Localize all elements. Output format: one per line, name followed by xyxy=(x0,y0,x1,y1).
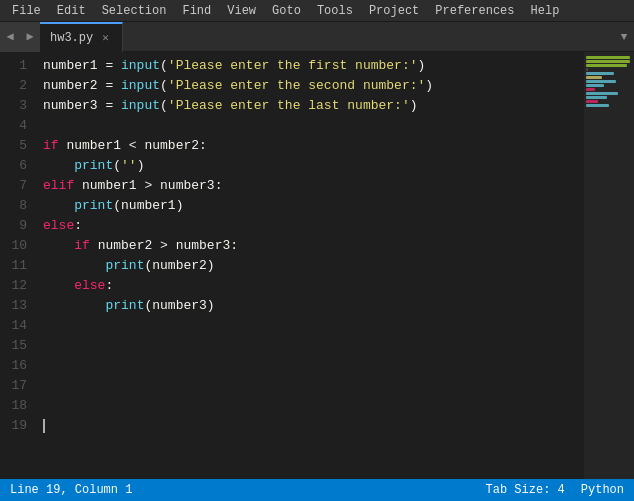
mini-line xyxy=(586,68,588,71)
line-number: 5 xyxy=(19,136,27,156)
line-number: 9 xyxy=(19,216,27,236)
code-line-3: number3 = input('Please enter the last n… xyxy=(43,96,584,116)
mini-line xyxy=(586,88,595,91)
code-line-9: else: xyxy=(43,216,584,236)
line-number: 17 xyxy=(11,376,27,396)
code-line-1: number1 = input('Please enter the first … xyxy=(43,56,584,76)
code-line-2: number2 = input('Please enter the second… xyxy=(43,76,584,96)
line-number: 8 xyxy=(19,196,27,216)
code-line-18 xyxy=(43,396,584,416)
mini-line xyxy=(586,96,607,99)
mini-line xyxy=(586,80,616,83)
code-line-17 xyxy=(43,376,584,396)
code-line-14 xyxy=(43,316,584,336)
editor-area: 1 2 3 4 5 6 7 8 9 10 11 12 13 14 15 16 1… xyxy=(0,52,634,479)
line-number: 12 xyxy=(11,276,27,296)
line-number: 4 xyxy=(19,116,27,136)
mini-line xyxy=(586,100,598,103)
menu-edit[interactable]: Edit xyxy=(49,2,94,20)
tab-bar: ◀ ▶ hw3.py ✕ ▼ xyxy=(0,22,634,52)
tab-dropdown-arrow[interactable]: ▼ xyxy=(614,22,634,52)
mini-line xyxy=(586,76,602,79)
line-number: 10 xyxy=(11,236,27,256)
menu-find[interactable]: Find xyxy=(174,2,219,20)
menu-project[interactable]: Project xyxy=(361,2,427,20)
code-line-12: else: xyxy=(43,276,584,296)
line-number: 18 xyxy=(11,396,27,416)
code-line-5: if number1 < number2: xyxy=(43,136,584,156)
code-line-10: if number2 > number3: xyxy=(43,236,584,256)
minimap-content xyxy=(584,52,634,112)
line-number: 19 xyxy=(11,416,27,436)
code-line-6: print('') xyxy=(43,156,584,176)
tab-close-button[interactable]: ✕ xyxy=(99,30,112,45)
tab-filename: hw3.py xyxy=(50,31,93,45)
mini-line xyxy=(586,56,630,59)
cursor-position: Line 19, Column 1 xyxy=(10,483,132,497)
menu-selection[interactable]: Selection xyxy=(94,2,175,20)
status-left: Line 19, Column 1 xyxy=(10,483,132,497)
line-number: 2 xyxy=(19,76,27,96)
status-bar: Line 19, Column 1 Tab Size: 4 Python xyxy=(0,479,634,501)
code-line-7: elif number1 > number3: xyxy=(43,176,584,196)
text-cursor xyxy=(43,419,45,433)
tab-hw3py[interactable]: hw3.py ✕ xyxy=(40,22,123,52)
line-number: 16 xyxy=(11,356,27,376)
code-line-13: print(number3) xyxy=(43,296,584,316)
code-line-16 xyxy=(43,356,584,376)
line-number: 3 xyxy=(19,96,27,116)
mini-line xyxy=(586,104,609,107)
menu-file[interactable]: File xyxy=(4,2,49,20)
status-right: Tab Size: 4 Python xyxy=(486,483,624,497)
mini-line xyxy=(586,84,604,87)
tab-right-arrow[interactable]: ▶ xyxy=(20,22,40,52)
code-line-11: print(number2) xyxy=(43,256,584,276)
tab-size: Tab Size: 4 xyxy=(486,483,565,497)
code-line-15 xyxy=(43,336,584,356)
code-content[interactable]: number1 = input('Please enter the first … xyxy=(35,52,584,479)
line-number: 11 xyxy=(11,256,27,276)
language-mode[interactable]: Python xyxy=(581,483,624,497)
tab-left-arrow[interactable]: ◀ xyxy=(0,22,20,52)
menu-view[interactable]: View xyxy=(219,2,264,20)
line-numbers-gutter: 1 2 3 4 5 6 7 8 9 10 11 12 13 14 15 16 1… xyxy=(0,52,35,479)
minimap xyxy=(584,52,634,479)
mini-line xyxy=(586,92,618,95)
menu-bar: File Edit Selection Find View Goto Tools… xyxy=(0,0,634,22)
code-line-8: print(number1) xyxy=(43,196,584,216)
menu-tools[interactable]: Tools xyxy=(309,2,361,20)
line-number: 15 xyxy=(11,336,27,356)
line-number: 6 xyxy=(19,156,27,176)
menu-goto[interactable]: Goto xyxy=(264,2,309,20)
mini-line xyxy=(586,64,627,67)
line-number: 14 xyxy=(11,316,27,336)
line-number: 7 xyxy=(19,176,27,196)
line-number: 13 xyxy=(11,296,27,316)
mini-line xyxy=(586,60,630,63)
mini-line xyxy=(586,72,614,75)
code-line-19 xyxy=(43,416,584,436)
menu-preferences[interactable]: Preferences xyxy=(427,2,522,20)
menu-help[interactable]: Help xyxy=(523,2,568,20)
code-line-4 xyxy=(43,116,584,136)
line-number: 1 xyxy=(19,56,27,76)
